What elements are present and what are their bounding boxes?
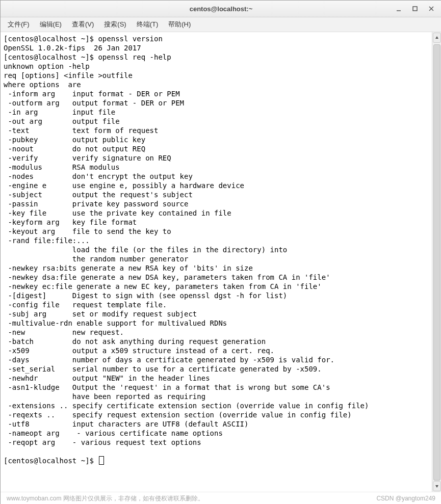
menu-search[interactable]: 搜索(S) [99, 18, 131, 31]
terminal-container: [centos@localhost ~]$ openssl version Op… [1, 32, 441, 492]
menu-terminal[interactable]: 终端(T) [132, 18, 164, 31]
menu-help[interactable]: 帮助(H) [163, 18, 196, 31]
scroll-up-button[interactable] [433, 33, 441, 43]
scrollbar-thumb[interactable] [433, 44, 440, 481]
svg-marker-4 [435, 36, 438, 39]
svg-marker-5 [435, 485, 438, 488]
footer: www.toymoban.com 网络图片仅供展示，非存储，如有侵权请联系删除。… [1, 492, 441, 504]
footer-left: www.toymoban.com 网络图片仅供展示，非存储，如有侵权请联系删除。 [7, 494, 204, 503]
scroll-down-button[interactable] [433, 481, 441, 491]
chevron-up-icon [435, 36, 439, 40]
menubar: 文件(F) 编辑(E) 查看(V) 搜索(S) 终端(T) 帮助(H) [1, 17, 441, 32]
window-title: centos@localhost:~ [1, 5, 441, 13]
cursor [99, 456, 104, 465]
menu-edit[interactable]: 编辑(E) [35, 18, 67, 31]
titlebar: centos@localhost:~ [1, 1, 441, 17]
menu-file[interactable]: 文件(F) [3, 18, 35, 31]
app-window: centos@localhost:~ 文件(F) 编辑(E) 查看(V) 搜索(… [0, 0, 441, 504]
chevron-down-icon [435, 484, 439, 488]
footer-right: CSDN @yangtom249 [376, 495, 435, 502]
scrollbar[interactable] [432, 32, 441, 492]
menu-view[interactable]: 查看(V) [67, 18, 99, 31]
scrollbar-track[interactable] [433, 44, 440, 480]
terminal-output[interactable]: [centos@localhost ~]$ openssl version Op… [1, 32, 432, 492]
